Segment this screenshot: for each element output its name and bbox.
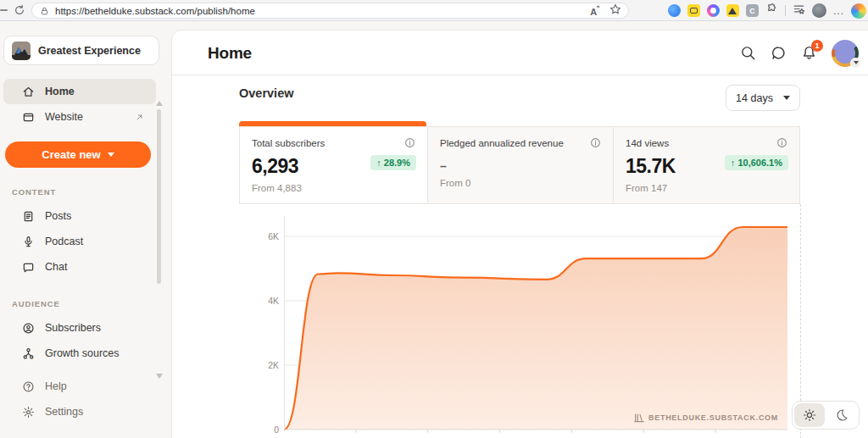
y-axis-label: 2K <box>239 360 279 370</box>
info-icon[interactable] <box>404 137 415 148</box>
scrollbar-up-arrow[interactable] <box>156 101 163 106</box>
page-header: Home 1 <box>172 30 868 75</box>
read-aloud-icon[interactable]: Aʹʹ <box>590 4 599 17</box>
sidebar-item-subscribers[interactable]: Subscribers <box>3 315 156 341</box>
extension-swirl-icon[interactable] <box>707 4 720 17</box>
sidebar-item-label: Website <box>45 111 83 123</box>
bell-icon[interactable]: 1 <box>801 45 817 61</box>
light-mode-button[interactable] <box>794 403 825 427</box>
sidebar-scrollbar[interactable] <box>157 109 161 284</box>
back-icon[interactable] <box>0 9 8 11</box>
profile-avatar-icon[interactable] <box>812 3 826 18</box>
subscribers-icon <box>22 322 35 335</box>
publication-logo <box>12 42 31 60</box>
stat-card-pledged-revenue[interactable]: Pledged annualized revenue – From 0 <box>427 127 614 203</box>
sidebar-item-settings[interactable]: Settings <box>3 399 156 424</box>
stat-title: Total subscribers <box>252 138 325 148</box>
sidebar-item-website[interactable]: Website <box>3 104 156 130</box>
extension-blue-icon[interactable] <box>668 4 681 17</box>
extensions-puzzle-icon[interactable] <box>765 3 778 19</box>
overview-title: Overview <box>239 86 294 100</box>
chart-watermark: BETHELDUKE.SUBSTACK.COM <box>634 413 778 423</box>
external-link-icon <box>135 113 144 122</box>
sun-icon <box>803 408 816 422</box>
post-icon <box>22 210 35 223</box>
toolbar-divider <box>785 5 786 16</box>
home-icon <box>22 86 35 98</box>
stats-cards: Total subscribers 6,293 ↑ 28.9% From 4,8… <box>239 126 800 204</box>
sidebar-item-label: Home <box>45 86 75 97</box>
sidebar-item-label: Help <box>45 380 67 392</box>
date-range-select[interactable]: 14 days <box>726 85 800 111</box>
extension-c-icon[interactable]: C <box>746 4 759 17</box>
sidebar: Greatest Experience Home Website <box>0 21 171 438</box>
growth-sources-icon <box>22 347 35 360</box>
substack-watermark-icon <box>634 413 644 423</box>
sidebar-item-podcast[interactable]: Podcast <box>3 229 156 254</box>
y-axis-label: 0 <box>239 424 279 435</box>
sidebar-item-growth-sources[interactable]: Growth sources <box>3 341 156 366</box>
chevron-down-icon <box>108 152 114 157</box>
stat-from: From 0 <box>440 178 601 188</box>
sidebar-item-label: Podcast <box>45 236 83 247</box>
y-axis-label: 4K <box>239 296 279 306</box>
help-icon <box>22 380 35 393</box>
publication-name: Greatest Experience <box>38 45 141 57</box>
lock-icon[interactable] <box>40 6 49 16</box>
sidebar-item-posts[interactable]: Posts <box>3 203 156 229</box>
extension-warning-icon[interactable] <box>726 4 739 17</box>
y-axis-label: 6K <box>239 231 279 241</box>
more-options-icon[interactable]: ... <box>833 5 844 17</box>
stat-title: Pledged annualized revenue <box>440 138 564 148</box>
sidebar-item-label: Growth sources <box>45 347 120 359</box>
info-icon[interactable] <box>590 137 601 148</box>
search-icon[interactable] <box>740 45 756 61</box>
chat-icon <box>22 261 35 274</box>
page-title: Home <box>208 30 252 75</box>
screen: https://bethelduke.substack.com/publish/… <box>0 0 868 438</box>
notification-badge: 1 <box>811 40 823 52</box>
chat-bubble-icon[interactable] <box>771 45 787 61</box>
stat-from: From 4,883 <box>252 183 415 193</box>
scrollbar-down-arrow[interactable] <box>156 374 163 379</box>
browser-toolbar: https://bethelduke.substack.com/publish/… <box>0 0 868 21</box>
subscribers-chart-area: 6K4K2K0 BETHELDUKE.SUBSTACK.COM <box>239 213 800 436</box>
stat-from: From 147 <box>626 183 787 193</box>
moon-icon <box>835 408 849 422</box>
address-bar[interactable]: https://bethelduke.substack.com/publish/… <box>31 3 629 19</box>
sidebar-item-help[interactable]: Help <box>3 374 156 399</box>
sidebar-item-label: Settings <box>45 406 83 418</box>
section-label-audience: AUDIENCE <box>12 299 171 308</box>
main-panel: Home 1 <box>171 30 868 438</box>
copilot-icon[interactable] <box>851 3 866 19</box>
url-text[interactable]: https://bethelduke.substack.com/publish/… <box>55 6 255 16</box>
stat-title: 14d views <box>626 138 669 148</box>
sidebar-item-home[interactable]: Home <box>3 79 156 104</box>
change-badge: ↑ 10,606.1% <box>725 155 788 170</box>
chevron-down-icon <box>783 96 790 100</box>
favorite-star-icon[interactable] <box>609 3 621 19</box>
publication-switcher[interactable]: Greatest Experience <box>3 36 159 65</box>
avatar[interactable] <box>832 40 859 67</box>
collections-icon[interactable] <box>793 3 805 19</box>
stat-card-total-subscribers[interactable]: Total subscribers 6,293 ↑ 28.9% From 4,8… <box>240 127 427 203</box>
sidebar-item-label: Subscribers <box>45 322 101 334</box>
refresh-icon[interactable] <box>14 4 25 19</box>
stat-value: – <box>440 159 601 173</box>
podcast-icon <box>22 236 35 248</box>
create-new-button[interactable]: Create new <box>5 141 151 168</box>
theme-toggle <box>792 401 860 430</box>
dark-mode-button[interactable] <box>826 403 857 427</box>
section-label-content: CONTENT <box>12 187 171 197</box>
settings-icon <box>22 406 35 419</box>
sidebar-item-label: Chat <box>45 261 67 273</box>
website-icon <box>22 111 35 124</box>
stat-card-14d-views[interactable]: 14d views 15.7K ↑ 10,606.1% From 147 <box>614 127 799 203</box>
info-icon[interactable] <box>776 137 787 148</box>
subscribers-chart <box>284 216 787 435</box>
extension-screenshot-icon[interactable] <box>687 4 700 17</box>
sidebar-item-chat[interactable]: Chat <box>3 254 156 280</box>
change-badge: ↑ 28.9% <box>370 155 416 170</box>
sidebar-item-label: Posts <box>45 210 71 222</box>
avatar-menu-caret <box>850 58 861 69</box>
